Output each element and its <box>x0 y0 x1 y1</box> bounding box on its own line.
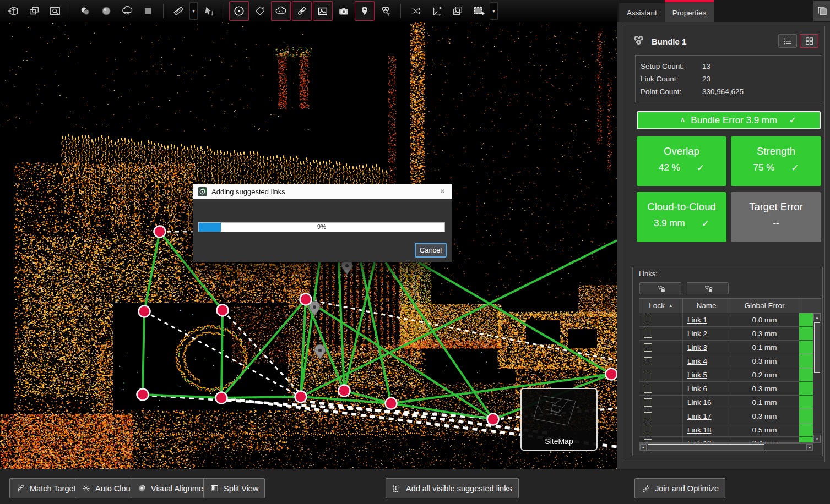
lock-checkbox[interactable] <box>644 316 652 324</box>
measure-ruler-dropdown[interactable]: ▼ <box>189 2 198 20</box>
dialog-titlebar[interactable]: Adding suggested links × <box>193 184 452 199</box>
global-error-cell: 0.1 mm <box>730 396 799 409</box>
link-name[interactable]: Link 5 <box>687 371 707 379</box>
properties-panel: Assistant Properties Bundle 1 Setup Coun… <box>617 0 830 469</box>
measure-ruler-tool-button[interactable] <box>169 1 188 21</box>
images-tool-button[interactable] <box>313 1 333 21</box>
list-view-button[interactable] <box>778 34 797 48</box>
join-and-optimize-button[interactable]: Join and Optimize <box>634 478 725 498</box>
cancel-button[interactable]: Cancel <box>415 243 447 258</box>
zoom-fit-tool-button[interactable] <box>45 1 65 21</box>
vertical-scrollbar[interactable]: ▲ ▼ <box>813 313 821 443</box>
scroll-up-icon[interactable]: ▲ <box>813 313 821 321</box>
lock-checkbox[interactable] <box>644 439 652 443</box>
link-line[interactable] <box>144 232 160 311</box>
scan-node[interactable] <box>300 294 312 305</box>
scan-position-pin-icon[interactable] <box>314 344 326 359</box>
bundle-header: Bundle 1 <box>631 33 686 50</box>
tab-assistant[interactable]: Assistant <box>619 3 665 22</box>
column-name[interactable]: Name <box>683 299 730 313</box>
cursor-temperature-tool-button[interactable] <box>199 1 219 21</box>
tags-tool-button[interactable] <box>250 1 270 21</box>
plane-tool-button[interactable] <box>138 1 158 21</box>
lock-checkbox[interactable] <box>644 371 652 379</box>
duplicate-view-tool-button[interactable] <box>24 1 44 21</box>
coordinate-axes-tool-button[interactable] <box>427 1 447 21</box>
scan-node[interactable] <box>339 385 350 397</box>
split-view-button[interactable]: Split View <box>203 478 265 498</box>
column-global-error[interactable]: Global Error <box>730 299 799 313</box>
link-line[interactable] <box>143 311 144 395</box>
scan-node[interactable] <box>295 391 307 403</box>
setup-count-value: 13 <box>702 60 821 73</box>
scroll-down-icon[interactable]: ▼ <box>813 435 821 443</box>
grid-view-button[interactable] <box>800 34 818 48</box>
window-restore-icon[interactable] <box>813 1 830 21</box>
point-cloud-tool-button[interactable] <box>117 1 137 21</box>
scroll-right-icon[interactable]: ► <box>806 444 813 450</box>
import-project-tool-button[interactable] <box>3 1 23 21</box>
selection-mode-dropdown[interactable]: ▼ <box>490 2 498 20</box>
link-name[interactable]: Link 2 <box>687 330 707 338</box>
lock-checkbox[interactable] <box>644 357 652 365</box>
duplicate-view-icon <box>28 5 40 17</box>
link-line[interactable] <box>339 262 344 391</box>
bundle-error-banner[interactable]: ∧ Bundle Error 3.9 mm ✓ <box>637 111 821 129</box>
scrollbar-thumb[interactable] <box>648 444 764 450</box>
scan-node[interactable] <box>139 306 150 317</box>
link-line[interactable] <box>361 262 391 403</box>
link-name[interactable]: Link 16 <box>687 398 712 407</box>
lock-checkbox[interactable] <box>644 385 652 393</box>
add-all-visible-suggested-links-button[interactable]: Add all visible suggested links <box>386 478 519 498</box>
link-name[interactable]: Link 18 <box>687 426 712 434</box>
sitemap-thumbnail[interactable]: SiteMap <box>520 388 598 451</box>
column-lock[interactable]: Lock ▲ <box>639 299 683 313</box>
filter-tool-button[interactable] <box>376 1 395 21</box>
link-line[interactable] <box>419 262 611 374</box>
scan-node[interactable] <box>606 369 617 380</box>
link-name[interactable]: Link 6 <box>687 385 707 393</box>
lock-checkbox[interactable] <box>644 412 652 420</box>
sphere-view-tool-button[interactable] <box>96 1 116 21</box>
positions-tool-button[interactable] <box>355 1 375 21</box>
scan-node[interactable] <box>154 226 166 238</box>
suggested-link-line[interactable] <box>301 401 551 434</box>
link-line[interactable] <box>386 262 493 419</box>
lock-checkbox[interactable] <box>644 398 652 407</box>
link-line[interactable] <box>221 299 306 398</box>
clouds-tool-button[interactable] <box>271 1 291 21</box>
camera-tool-button[interactable] <box>334 1 354 21</box>
link-row: Link 10.0 mm <box>639 313 821 327</box>
lock-checkbox[interactable] <box>644 343 652 352</box>
scan-node[interactable] <box>137 389 149 401</box>
scan-node[interactable] <box>217 305 229 316</box>
horizontal-scrollbar[interactable]: ◄ ► <box>639 443 813 451</box>
cursor-temperature-icon <box>203 5 215 17</box>
tab-properties[interactable]: Properties <box>665 0 714 22</box>
scroll-left-icon[interactable]: ◄ <box>640 444 647 450</box>
link-name[interactable]: Link 1 <box>687 316 707 324</box>
scrollbar-thumb[interactable] <box>814 322 820 373</box>
unlock-all-links-button[interactable] <box>687 282 729 294</box>
link-name[interactable]: Link 19 <box>687 439 712 443</box>
scan-node[interactable] <box>216 392 227 404</box>
links-tool-button[interactable] <box>292 1 312 21</box>
link-name[interactable]: Link 17 <box>687 412 712 420</box>
link-line[interactable] <box>221 310 223 398</box>
scan-node[interactable] <box>487 414 499 425</box>
link-line[interactable] <box>221 397 301 398</box>
shuffle-tool-button[interactable] <box>406 1 426 21</box>
lock-checkbox[interactable] <box>644 426 652 434</box>
sort-asc-icon: ▲ <box>669 303 673 308</box>
screenshot-tool-button[interactable] <box>448 1 468 21</box>
link-name[interactable]: Link 3 <box>687 343 707 352</box>
link-name[interactable]: Link 4 <box>687 357 707 365</box>
close-icon[interactable]: × <box>438 187 447 196</box>
selection-mode-tool-button[interactable] <box>469 1 489 21</box>
lock-all-links-button[interactable] <box>639 282 681 294</box>
scan-points-tool-button[interactable] <box>229 1 249 21</box>
lock-checkbox[interactable] <box>644 330 652 338</box>
global-error-cell: 0.5 mm <box>730 423 799 436</box>
scan-node[interactable] <box>386 398 397 409</box>
color-mode-tool-button[interactable] <box>75 1 95 21</box>
